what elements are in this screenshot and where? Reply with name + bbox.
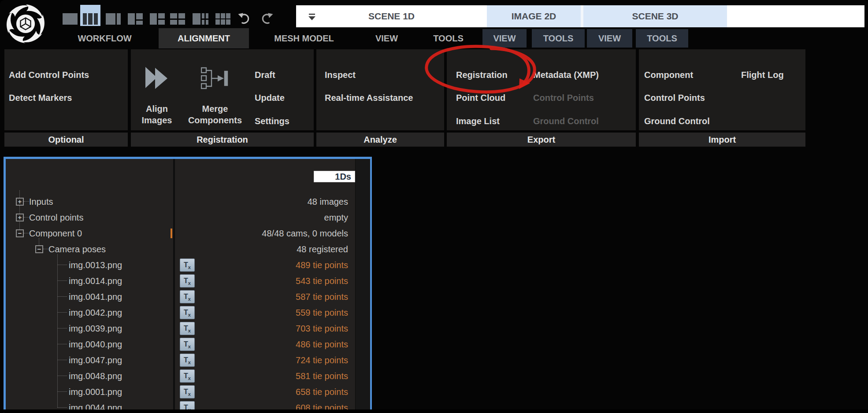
tab-scene-1d[interactable]: SCENE 1D (296, 5, 487, 27)
tab-image-2d[interactable]: IMAGE 2D (487, 5, 581, 27)
tree-item-image[interactable]: img.0013.png (69, 260, 122, 270)
stat-tie-points: 581 tie points (176, 371, 348, 381)
export-image-list-button[interactable]: Image List (456, 116, 500, 126)
layout-multi-slice-button[interactable] (215, 13, 230, 25)
tab-scene-3d[interactable]: SCENE 3D (583, 5, 727, 27)
align-images-button[interactable]: Align Images (136, 61, 178, 128)
tree-connector (57, 407, 67, 408)
add-control-points-button[interactable]: Add Control Points (9, 70, 89, 80)
inspect-button[interactable]: Inspect (325, 70, 356, 80)
component-row-marker (171, 229, 172, 238)
app-window: SCENE 1D IMAGE 2D SCENE 3D WORKFLOW ALIG… (0, 0, 868, 413)
panel-mini-tab-1ds[interactable]: 1Ds (314, 171, 355, 182)
layout-three-columns-button[interactable] (83, 13, 98, 25)
settings-button[interactable]: Settings (255, 116, 289, 126)
tree-item-control-points[interactable]: Control points (29, 212, 83, 223)
import-ground-control-button[interactable]: Ground Control (644, 116, 710, 126)
panel-scrollbar[interactable] (355, 159, 370, 411)
merge-components-label: Merge Components (184, 103, 246, 126)
realitycapture-logo (4, 3, 47, 45)
collapse-ribbon-icon[interactable] (307, 12, 317, 22)
expander-inputs[interactable]: + (16, 198, 24, 206)
layout-grid-2x2-button[interactable] (170, 13, 185, 25)
tree-item-image[interactable]: img.0048.png (69, 371, 122, 381)
tree-connector (57, 376, 67, 376)
tree-connector (57, 265, 67, 265)
tab-scene-3d-label: SCENE 3D (583, 5, 727, 27)
import-component-button[interactable]: Component (644, 70, 693, 80)
ribbon-tab-view-3[interactable]: VIEW (587, 29, 632, 48)
merge-components-button[interactable]: Merge Components (184, 61, 246, 128)
stat-tie-points: 543 tie points (176, 276, 348, 286)
tree-connector (57, 328, 67, 328)
tree-connector (19, 190, 20, 198)
redo-icon[interactable] (261, 12, 274, 25)
ribbon-tab-view-1[interactable]: VIEW (361, 28, 412, 48)
tree-connector (39, 238, 39, 245)
align-images-icon (145, 67, 170, 90)
stat-tie-points: 559 tie points (176, 307, 348, 318)
stat-registered: 48 registered (176, 244, 348, 254)
stat-tie-points: 486 tie points (176, 339, 348, 350)
update-button[interactable]: Update (255, 92, 285, 103)
panel-column-divider[interactable] (173, 159, 175, 411)
tree-connector (57, 312, 67, 313)
export-ground-control-button: Ground Control (533, 116, 599, 126)
layout-two-split-button[interactable] (106, 13, 121, 25)
tree-item-image[interactable]: img.0001.png (69, 387, 122, 397)
ribbon-tab-workflow[interactable]: WORKFLOW (66, 28, 143, 48)
group-label-export: Export (447, 133, 636, 147)
tree-item-component-0[interactable]: Component 0 (29, 228, 82, 239)
tree-item-image[interactable]: img.0014.png (69, 276, 122, 286)
window-frame-bottom (0, 409, 868, 413)
undo-icon[interactable] (237, 12, 250, 25)
stat-tie-points: 724 tie points (176, 355, 348, 365)
import-flight-log-button[interactable]: Flight Log (741, 70, 784, 80)
tab-image-2d-label: IMAGE 2D (487, 5, 581, 27)
ribbon-tab-tools-3[interactable]: TOOLS (636, 29, 688, 48)
detect-markers-button[interactable]: Detect Markers (9, 92, 72, 103)
tree-connector (57, 280, 67, 281)
layout-left-bottom-bar-button[interactable] (128, 13, 143, 25)
stat-component: 48/48 cams, 0 models (176, 228, 348, 239)
tree-item-image[interactable]: img.0040.png (69, 339, 122, 350)
tree-connector (24, 233, 29, 233)
stat-tie-points: 489 tie points (176, 260, 348, 270)
tree-connector (24, 217, 29, 218)
layout-single-view-button[interactable] (63, 13, 78, 25)
group-label-optional: Optional (4, 133, 128, 147)
tree-item-image[interactable]: img.0042.png (69, 307, 122, 318)
stat-tie-points: 703 tie points (176, 323, 348, 334)
tree-item-image[interactable]: img.0039.png (69, 323, 122, 334)
import-control-points-button[interactable]: Control Points (644, 92, 705, 103)
merge-components-icon (201, 67, 230, 90)
tree-connector (57, 254, 58, 408)
tree-connector (57, 344, 67, 344)
expander-component-0[interactable]: − (16, 229, 24, 237)
tree-connector (57, 391, 67, 392)
tree-item-image[interactable]: img.0041.png (69, 291, 122, 302)
stat-control-points: empty (176, 212, 348, 223)
layout-left-right-stack-button[interactable] (150, 13, 165, 25)
expander-camera-poses[interactable]: − (35, 245, 43, 253)
tree-item-inputs[interactable]: Inputs (29, 196, 53, 207)
tree-connector (57, 296, 67, 297)
ribbon-tab-mesh-model[interactable]: MESH MODEL (264, 28, 344, 48)
group-optional-panel (4, 49, 128, 130)
tree-item-camera-poses[interactable]: Camera poses (48, 244, 106, 254)
red-circle-annotation (414, 40, 546, 101)
tree-connector (24, 201, 29, 202)
realtime-assistance-button[interactable]: Real-time Assistance (325, 92, 413, 103)
group-label-import: Import (639, 133, 805, 147)
draft-button[interactable]: Draft (255, 70, 275, 80)
stat-tie-points: 587 tie points (176, 291, 348, 302)
tab-bar-empty (727, 5, 864, 27)
ribbon-tab-alignment[interactable]: ALIGNMENT (159, 28, 249, 48)
expander-control-points[interactable]: + (16, 214, 24, 221)
tree-connector (43, 249, 48, 249)
align-images-label: Align Images (136, 103, 178, 126)
layout-one-plus-two-button[interactable] (193, 13, 208, 25)
group-label-analyze: Analyze (316, 133, 444, 147)
group-label-registration: Registration (131, 133, 314, 147)
tree-item-image[interactable]: img.0047.png (69, 355, 122, 365)
